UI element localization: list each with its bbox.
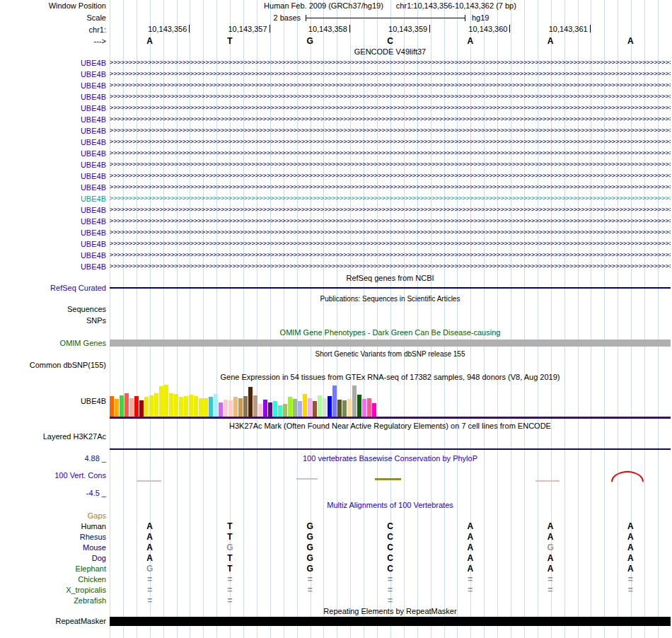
gtex-tissue-bar[interactable] bbox=[352, 385, 357, 417]
gtex-tissue-bar[interactable] bbox=[184, 396, 188, 417]
species-name-label[interactable]: Chicken bbox=[0, 574, 106, 585]
gtex-tissue-bar[interactable] bbox=[194, 396, 198, 417]
h3k27ac-row[interactable]: Layered H3K27Ac bbox=[0, 431, 672, 442]
species-alignment-row[interactable]: MouseAGGCAGA bbox=[0, 543, 672, 553]
gencode-transcript-row[interactable]: UBE4B>>>>>>>>>>>>>>>>>>>>>>>>>>>>>>>>>>>… bbox=[0, 159, 672, 170]
gtex-tissue-bar[interactable] bbox=[179, 397, 183, 417]
gtex-tissue-bar[interactable] bbox=[139, 400, 144, 417]
gencode-transcript-row[interactable]: UBE4B>>>>>>>>>>>>>>>>>>>>>>>>>>>>>>>>>>>… bbox=[0, 103, 672, 114]
gene-name-label[interactable]: UBE4B bbox=[0, 57, 106, 69]
gtex-tissue-bar[interactable] bbox=[224, 400, 228, 417]
gtex-tissue-bar[interactable] bbox=[283, 404, 287, 417]
intron-direction-arrows[interactable]: >>>>>>>>>>>>>>>>>>>>>>>>>>>>>>>>>>>>>>>>… bbox=[110, 159, 671, 170]
h3k27ac-signal-line[interactable] bbox=[110, 448, 671, 450]
gene-name-label[interactable]: UBE4B bbox=[0, 227, 106, 238]
species-alignment-row[interactable]: ElephantGTGCAAA bbox=[0, 564, 672, 574]
refseq-gene-line[interactable] bbox=[110, 287, 671, 289]
intron-direction-arrows[interactable]: >>>>>>>>>>>>>>>>>>>>>>>>>>>>>>>>>>>>>>>>… bbox=[110, 91, 671, 103]
gtex-tissue-bar[interactable] bbox=[154, 393, 158, 417]
intron-direction-arrows[interactable]: >>>>>>>>>>>>>>>>>>>>>>>>>>>>>>>>>>>>>>>>… bbox=[110, 114, 671, 125]
species-alignment-row[interactable]: X_tropicalis======= bbox=[0, 585, 672, 596]
gencode-transcript-row[interactable]: UBE4B>>>>>>>>>>>>>>>>>>>>>>>>>>>>>>>>>>>… bbox=[0, 69, 672, 80]
refseq-curated-row[interactable]: RefSeq Curated bbox=[0, 283, 672, 293]
intron-direction-arrows[interactable]: >>>>>>>>>>>>>>>>>>>>>>>>>>>>>>>>>>>>>>>>… bbox=[110, 238, 671, 250]
gtex-tissue-bar[interactable] bbox=[332, 385, 337, 417]
intron-direction-arrows[interactable]: >>>>>>>>>>>>>>>>>>>>>>>>>>>>>>>>>>>>>>>>… bbox=[110, 148, 671, 159]
gtex-tissue-bar[interactable] bbox=[298, 401, 302, 417]
intron-direction-arrows[interactable]: >>>>>>>>>>>>>>>>>>>>>>>>>>>>>>>>>>>>>>>>… bbox=[110, 80, 671, 91]
gtex-tissue-bar[interactable] bbox=[169, 393, 173, 417]
gtex-tissue-bar[interactable] bbox=[214, 394, 218, 417]
omim-genes-label[interactable]: OMIM Genes bbox=[0, 338, 106, 349]
gene-name-label[interactable]: UBE4B bbox=[0, 114, 106, 125]
gene-name-label[interactable]: UBE4B bbox=[0, 148, 106, 159]
species-alignment-row[interactable]: Chicken======= bbox=[0, 574, 672, 585]
gtex-tissue-bar[interactable] bbox=[268, 402, 272, 417]
gene-name-label[interactable]: UBE4B bbox=[0, 91, 106, 103]
gtex-tissue-bar[interactable] bbox=[347, 399, 352, 417]
omim-genes-track[interactable] bbox=[110, 338, 671, 349]
gencode-transcript-row[interactable]: UBE4B>>>>>>>>>>>>>>>>>>>>>>>>>>>>>>>>>>>… bbox=[0, 137, 672, 148]
species-alignment-row[interactable]: DogATGCAAA bbox=[0, 553, 672, 564]
gtex-tissue-bar[interactable] bbox=[199, 398, 203, 417]
gencode-transcript-row[interactable]: UBE4B>>>>>>>>>>>>>>>>>>>>>>>>>>>>>>>>>>>… bbox=[0, 182, 672, 193]
gtex-tissue-bar[interactable] bbox=[328, 396, 332, 417]
species-name-label[interactable]: Rhesus bbox=[0, 532, 106, 543]
intron-direction-arrows[interactable]: >>>>>>>>>>>>>>>>>>>>>>>>>>>>>>>>>>>>>>>>… bbox=[110, 193, 671, 204]
gtex-tissue-bar[interactable] bbox=[278, 405, 282, 417]
omim-genes-row[interactable]: OMIM Genes bbox=[0, 338, 672, 349]
gencode-transcript-row[interactable]: UBE4B>>>>>>>>>>>>>>>>>>>>>>>>>>>>>>>>>>>… bbox=[0, 91, 672, 103]
gencode-transcript-row[interactable]: UBE4B>>>>>>>>>>>>>>>>>>>>>>>>>>>>>>>>>>>… bbox=[0, 80, 672, 91]
gtex-tissue-bar[interactable] bbox=[372, 403, 376, 417]
gencode-transcript-row[interactable]: UBE4B>>>>>>>>>>>>>>>>>>>>>>>>>>>>>>>>>>>… bbox=[0, 216, 672, 227]
gtex-tissue-bar[interactable] bbox=[258, 404, 262, 417]
gene-name-label[interactable]: UBE4B bbox=[0, 216, 106, 227]
gene-name-label[interactable]: UBE4B bbox=[0, 261, 106, 272]
sequences-label[interactable]: Sequences bbox=[0, 304, 106, 315]
gtex-tissue-bar[interactable] bbox=[238, 398, 243, 417]
refseq-curated-label[interactable]: RefSeq Curated bbox=[0, 283, 106, 293]
intron-direction-arrows[interactable]: >>>>>>>>>>>>>>>>>>>>>>>>>>>>>>>>>>>>>>>>… bbox=[110, 261, 671, 272]
gtex-tissue-bar[interactable] bbox=[357, 395, 361, 417]
gene-name-label[interactable]: UBE4B bbox=[0, 204, 106, 216]
intron-direction-arrows[interactable]: >>>>>>>>>>>>>>>>>>>>>>>>>>>>>>>>>>>>>>>>… bbox=[110, 57, 671, 69]
gtex-tissue-bar[interactable] bbox=[219, 402, 223, 417]
gencode-transcript-row[interactable]: UBE4B>>>>>>>>>>>>>>>>>>>>>>>>>>>>>>>>>>>… bbox=[0, 57, 672, 69]
gtex-tissue-bar[interactable] bbox=[233, 397, 238, 417]
species-name-label[interactable]: Elephant bbox=[0, 564, 106, 574]
gencode-transcript-row[interactable]: UBE4B>>>>>>>>>>>>>>>>>>>>>>>>>>>>>>>>>>>… bbox=[0, 114, 672, 125]
gtex-tissue-bar[interactable] bbox=[308, 398, 312, 417]
gtex-gene-label[interactable]: UBE4B bbox=[0, 396, 106, 407]
intron-direction-arrows[interactable]: >>>>>>>>>>>>>>>>>>>>>>>>>>>>>>>>>>>>>>>>… bbox=[110, 170, 671, 182]
gtex-tissue-bar[interactable] bbox=[303, 394, 307, 417]
gtex-tissue-bar[interactable] bbox=[209, 397, 213, 417]
gtex-tissue-bar[interactable] bbox=[323, 398, 327, 417]
gtex-tissue-bar[interactable] bbox=[124, 393, 129, 417]
gtex-tissue-bar[interactable] bbox=[243, 396, 248, 417]
multiz-gaps-row[interactable]: Gaps bbox=[0, 511, 672, 521]
gtex-tissue-bar[interactable] bbox=[288, 397, 292, 417]
species-name-label[interactable]: Dog bbox=[0, 553, 106, 564]
gene-name-label[interactable]: UBE4B bbox=[0, 170, 106, 182]
gtex-baseline[interactable] bbox=[110, 417, 671, 419]
gaps-label[interactable]: Gaps bbox=[0, 511, 106, 521]
gencode-transcript-row[interactable]: UBE4B>>>>>>>>>>>>>>>>>>>>>>>>>>>>>>>>>>>… bbox=[0, 204, 672, 216]
intron-direction-arrows[interactable]: >>>>>>>>>>>>>>>>>>>>>>>>>>>>>>>>>>>>>>>>… bbox=[110, 182, 671, 193]
gencode-transcript-row[interactable]: UBE4B>>>>>>>>>>>>>>>>>>>>>>>>>>>>>>>>>>>… bbox=[0, 250, 672, 261]
gene-name-label[interactable]: UBE4B bbox=[0, 193, 106, 204]
dbsnp-row[interactable]: Common dbSNP(155) bbox=[0, 360, 672, 371]
gtex-tissue-bar[interactable] bbox=[149, 395, 153, 417]
gtex-tissue-bar[interactable] bbox=[318, 395, 322, 417]
gtex-tissue-bar[interactable] bbox=[367, 398, 371, 417]
gencode-transcript-row[interactable]: UBE4B>>>>>>>>>>>>>>>>>>>>>>>>>>>>>>>>>>>… bbox=[0, 238, 672, 250]
gtex-tissue-bar[interactable] bbox=[115, 399, 119, 417]
intron-direction-arrows[interactable]: >>>>>>>>>>>>>>>>>>>>>>>>>>>>>>>>>>>>>>>>… bbox=[110, 103, 671, 114]
gtex-tissue-bar[interactable] bbox=[174, 394, 178, 417]
species-alignment-row[interactable]: HumanATGCAAA bbox=[0, 521, 672, 532]
gene-name-label[interactable]: UBE4B bbox=[0, 103, 106, 114]
gtex-tissue-bar[interactable] bbox=[228, 400, 233, 417]
gene-name-label[interactable]: UBE4B bbox=[0, 125, 106, 137]
refseq-curated-track[interactable] bbox=[110, 283, 671, 293]
gencode-transcript-row[interactable]: UBE4B>>>>>>>>>>>>>>>>>>>>>>>>>>>>>>>>>>>… bbox=[0, 125, 672, 137]
intron-direction-arrows[interactable]: >>>>>>>>>>>>>>>>>>>>>>>>>>>>>>>>>>>>>>>>… bbox=[110, 137, 671, 148]
